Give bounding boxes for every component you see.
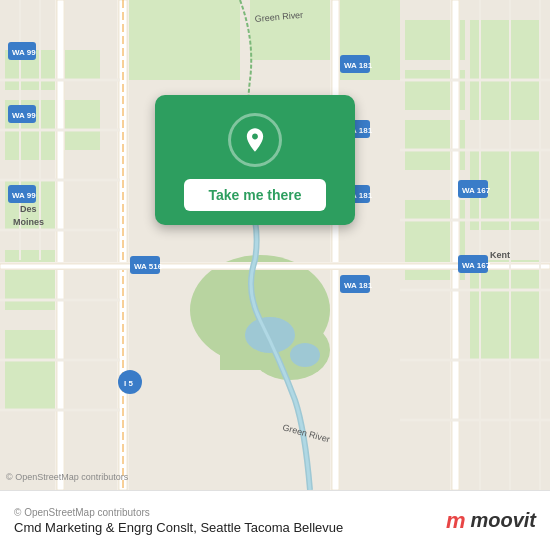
pin-icon-wrapper [228, 113, 282, 167]
location-pin-icon [241, 126, 269, 154]
svg-rect-11 [5, 330, 60, 410]
svg-rect-12 [60, 50, 100, 80]
svg-text:© OpenStreetMap contributors: © OpenStreetMap contributors [6, 472, 129, 482]
svg-text:WA 99: WA 99 [12, 48, 36, 57]
svg-text:WA 99: WA 99 [12, 191, 36, 200]
map-container: WA 99 WA 99 WA 99 WA 181 WA 181 WA 181 W… [0, 0, 550, 490]
svg-text:WA 181: WA 181 [344, 281, 373, 290]
take-me-there-button[interactable]: Take me there [184, 179, 325, 211]
moovit-logo: m moovit [446, 508, 536, 534]
svg-text:Des: Des [20, 204, 37, 214]
footer-info: © OpenStreetMap contributors Cmd Marketi… [14, 507, 343, 535]
moovit-icon: m [446, 508, 466, 534]
svg-text:Moines: Moines [13, 217, 44, 227]
svg-text:WA 181: WA 181 [344, 61, 373, 70]
svg-rect-23 [250, 0, 330, 60]
location-card: Take me there [155, 95, 355, 225]
svg-rect-22 [120, 0, 240, 80]
moovit-text: moovit [470, 509, 536, 532]
svg-text:I 5: I 5 [124, 379, 133, 388]
footer-bar: © OpenStreetMap contributors Cmd Marketi… [0, 490, 550, 550]
svg-rect-13 [60, 100, 100, 150]
svg-rect-29 [57, 0, 64, 490]
svg-text:WA 99: WA 99 [12, 111, 36, 120]
svg-text:Kent: Kent [490, 250, 510, 260]
svg-rect-33 [452, 0, 459, 490]
copyright-text: © OpenStreetMap contributors [14, 507, 343, 518]
location-title: Cmd Marketing & Engrg Conslt, Seattle Ta… [14, 520, 343, 535]
svg-text:WA 516: WA 516 [134, 262, 163, 271]
svg-text:WA 167: WA 167 [462, 186, 491, 195]
svg-point-5 [290, 343, 320, 367]
svg-rect-31 [332, 0, 339, 490]
svg-text:WA 167: WA 167 [462, 261, 491, 270]
